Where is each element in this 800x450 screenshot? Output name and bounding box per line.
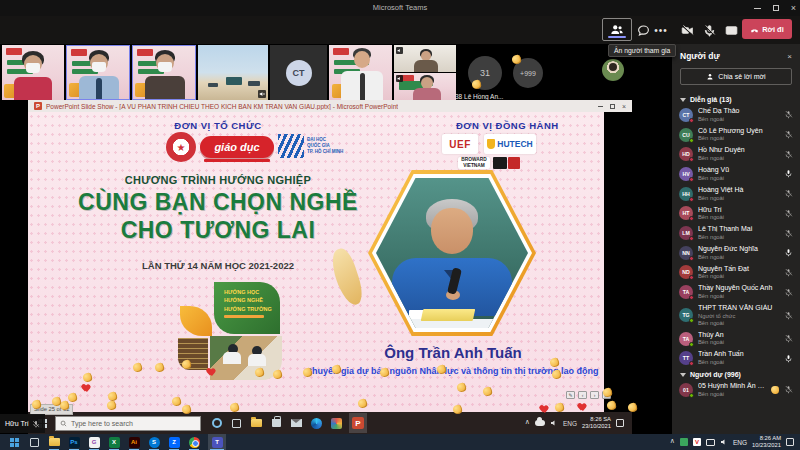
video-tile-5[interactable] bbox=[329, 45, 392, 100]
photoshop-app[interactable]: Ps bbox=[68, 436, 80, 448]
file-explorer-icon[interactable] bbox=[250, 417, 263, 430]
organizer-label: ĐƠN VỊ TỔ CHỨC bbox=[28, 120, 408, 131]
chrome-app[interactable] bbox=[188, 436, 200, 448]
overflow-count-bubble[interactable]: +999 bbox=[513, 58, 543, 88]
participant-name: Nguyễn Tấn Đạt bbox=[698, 265, 779, 274]
excel-app[interactable]: X bbox=[108, 436, 120, 448]
mail-icon[interactable] bbox=[290, 417, 303, 430]
presenter-language[interactable]: ENG bbox=[563, 420, 577, 427]
store-icon[interactable] bbox=[270, 417, 283, 430]
task-view-button[interactable] bbox=[28, 436, 40, 448]
participant-subtitle: Bên ngoài bbox=[698, 391, 766, 398]
participant-avatar: TA bbox=[679, 285, 693, 299]
ppt-maximize-button[interactable] bbox=[610, 104, 615, 109]
cortana-icon[interactable] bbox=[210, 417, 223, 430]
mic-toggle-button[interactable] bbox=[700, 21, 718, 39]
task-view-icon[interactable] bbox=[230, 417, 243, 430]
participant-row[interactable]: TG THPT TRẦN VĂN GIÀU Người tổ chứcBên n… bbox=[672, 302, 800, 329]
tile-muted-icon bbox=[396, 75, 403, 82]
presence-dot bbox=[689, 361, 694, 366]
tray-green-icon[interactable] bbox=[680, 438, 688, 446]
prev-slide-button[interactable]: ‹ bbox=[578, 391, 587, 399]
window-minimize-button[interactable] bbox=[754, 8, 761, 9]
more-options-button[interactable]: ••• bbox=[652, 21, 670, 39]
slideshow-menu-button[interactable]: ≡ bbox=[602, 391, 611, 399]
start-button[interactable] bbox=[8, 436, 20, 448]
participant-name: Hữu Trí bbox=[698, 206, 779, 215]
participant-row[interactable]: CT Chế Dạ Thảo Bên ngoài bbox=[672, 105, 800, 125]
zalo-app[interactable]: Z bbox=[168, 436, 180, 448]
skype-app[interactable]: S bbox=[148, 436, 160, 448]
participant-row[interactable]: HH Hoàng Việt Hà Bên ngoài bbox=[672, 184, 800, 204]
participant-avatar: HD bbox=[679, 147, 693, 161]
pen-tool-button[interactable]: ✎ bbox=[566, 391, 575, 399]
chat-button[interactable] bbox=[634, 21, 652, 39]
presence-dot bbox=[689, 236, 694, 241]
participant-row[interactable]: TT Trần Anh Tuấn Bên ngoài bbox=[672, 348, 800, 368]
local-language[interactable]: ENG bbox=[733, 439, 747, 446]
notification-icon[interactable] bbox=[786, 438, 794, 446]
tray-expand-icon[interactable]: ∧ bbox=[670, 437, 675, 445]
participant-row[interactable]: CU Cô Lê Phương Uyên Bên ngoài bbox=[672, 125, 800, 145]
bubble-participant-label: 38 Lê Hồng An... bbox=[455, 93, 503, 100]
video-tile-2[interactable] bbox=[66, 45, 130, 100]
sidebar-title: Người dự bbox=[680, 51, 720, 61]
video-tile-3[interactable] bbox=[132, 45, 196, 100]
onedrive-icon[interactable] bbox=[535, 420, 545, 426]
app-g[interactable]: G bbox=[88, 436, 100, 448]
local-clock[interactable]: 8:26 AM10/23/2021 bbox=[752, 435, 781, 448]
teams-app-active[interactable]: T bbox=[208, 434, 226, 450]
network-icon[interactable] bbox=[706, 439, 715, 446]
powerpoint-taskbar-active-icon[interactable]: P bbox=[349, 413, 367, 433]
video-tile-1[interactable] bbox=[2, 45, 64, 100]
presence-dot bbox=[689, 256, 694, 261]
file-explorer-app[interactable] bbox=[48, 436, 60, 448]
participant-row[interactable]: NN Nguyễn Đức Nghĩa Bên ngoài bbox=[672, 243, 800, 263]
participant-avatar: CU bbox=[679, 128, 693, 142]
participant-row[interactable]: HV Hoàng Vũ Bên ngoài bbox=[672, 164, 800, 184]
photos-icon[interactable] bbox=[330, 417, 343, 430]
participant-avatar-photo[interactable] bbox=[602, 59, 624, 81]
share-screen-button[interactable] bbox=[722, 21, 740, 39]
presenter-search-input[interactable]: Type here to search bbox=[55, 416, 201, 431]
window-maximize-button[interactable] bbox=[773, 5, 779, 11]
participant-row[interactable]: HD Hồ Như Duyên Bên ngoài bbox=[672, 144, 800, 164]
participant-subtitle: Bên ngoài bbox=[698, 359, 779, 366]
participant-subtitle: Bên ngoài bbox=[698, 339, 779, 346]
illustrator-app[interactable]: Ai bbox=[128, 436, 140, 448]
presence-dot bbox=[689, 295, 694, 300]
participant-row[interactable]: HT Hữu Trí Bên ngoài bbox=[672, 204, 800, 224]
ppt-close-button[interactable]: × bbox=[622, 103, 626, 110]
action-center-icon[interactable] bbox=[616, 419, 624, 427]
video-tile-4[interactable] bbox=[198, 45, 268, 100]
participant-section-header[interactable]: Người dự (996) bbox=[672, 368, 800, 380]
video-tile-6[interactable] bbox=[394, 45, 456, 72]
participant-row[interactable]: LM Lê Thị Thanh Mai Bên ngoài bbox=[672, 223, 800, 243]
next-slide-button[interactable]: › bbox=[590, 391, 599, 399]
participant-row[interactable]: TA Thùy An Bên ngoài bbox=[672, 329, 800, 349]
ppt-minimize-button[interactable] bbox=[598, 106, 603, 107]
participant-row[interactable]: 01 05 Huỳnh Minh Ân 11A12 Bên ngoài bbox=[672, 380, 800, 400]
camera-toggle-button[interactable] bbox=[678, 21, 696, 39]
presenter-clock[interactable]: 8:26 SA23/10/2021 bbox=[582, 416, 611, 429]
tray-v-icon[interactable]: V bbox=[693, 438, 701, 446]
sidebar-close-icon[interactable]: × bbox=[787, 52, 792, 61]
video-tile-7[interactable] bbox=[394, 73, 456, 100]
volume-icon[interactable] bbox=[550, 419, 558, 427]
leave-meeting-button[interactable]: Rời đi bbox=[742, 19, 792, 39]
share-screen-icon bbox=[725, 24, 738, 37]
volume-icon[interactable] bbox=[720, 438, 728, 446]
window-close-button[interactable]: × bbox=[791, 4, 796, 13]
presence-dot bbox=[689, 318, 694, 323]
presenter-system-tray: ∧ ENG 8:26 SA23/10/2021 bbox=[525, 416, 632, 429]
participant-section-header[interactable]: Diễn giả (13) bbox=[672, 93, 800, 105]
participant-count-bubble[interactable]: 31 bbox=[468, 56, 502, 90]
video-tile-ct[interactable]: CT bbox=[270, 45, 327, 100]
mic-muted-icon bbox=[784, 150, 793, 159]
edge-icon[interactable] bbox=[310, 417, 323, 430]
share-invite-button[interactable]: Chia sẻ lời mời bbox=[680, 68, 792, 85]
participant-row[interactable]: TA Thầy Nguyễn Quốc Anh Bên ngoài bbox=[672, 282, 800, 302]
tray-expand-icon[interactable]: ∧ bbox=[525, 418, 530, 426]
show-participants-button[interactable] bbox=[602, 18, 632, 41]
participant-row[interactable]: ND Nguyễn Tấn Đạt Bên ngoài bbox=[672, 263, 800, 283]
